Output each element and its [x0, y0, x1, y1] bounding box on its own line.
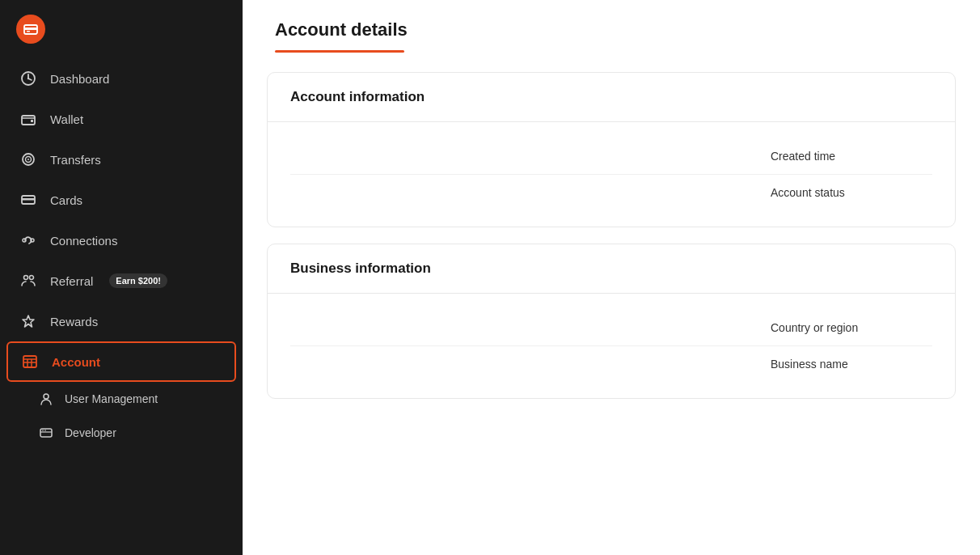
account-information-header: Account information — [268, 73, 955, 122]
country-region-row: Country or region — [290, 310, 932, 346]
svg-point-24 — [42, 430, 44, 431]
sidebar-item-label: Connections — [50, 234, 117, 248]
sidebar-item-label: Account — [52, 355, 100, 369]
sidebar-subitem-label: Developer — [65, 426, 116, 439]
created-time-label: Created time — [771, 150, 932, 163]
svg-rect-2 — [27, 31, 30, 32]
sidebar: Dashboard Wallet Transfers — [0, 0, 243, 555]
created-time-row: Created time — [290, 138, 932, 175]
wallet-icon — [19, 110, 37, 128]
sidebar-item-referral[interactable]: Referral Earn $200! — [0, 261, 243, 301]
svg-rect-6 — [31, 120, 33, 122]
sidebar-item-transfers[interactable]: Transfers — [0, 139, 243, 180]
main-content: Account details Account information Crea… — [243, 0, 980, 555]
cards-icon — [19, 191, 37, 209]
page-header: Account details — [243, 0, 980, 53]
svg-point-15 — [30, 276, 34, 280]
svg-point-4 — [27, 78, 29, 79]
svg-rect-16 — [23, 356, 36, 367]
sidebar-item-wallet[interactable]: Wallet — [0, 99, 243, 139]
business-information-header: Business information — [268, 244, 955, 294]
business-information-body: Country or region Business name — [268, 294, 955, 398]
sidebar-item-rewards[interactable]: Rewards — [0, 301, 243, 341]
sidebar-item-account[interactable]: Account — [6, 341, 236, 382]
country-region-label: Country or region — [771, 321, 932, 334]
account-status-label: Account status — [771, 186, 932, 199]
sidebar-item-label: Rewards — [50, 315, 98, 328]
sidebar-subitem-label: User Management — [65, 392, 158, 405]
title-underline — [275, 50, 404, 53]
business-name-row: Business name — [290, 346, 932, 382]
dashboard-icon — [19, 70, 37, 87]
sidebar-item-label: Referral — [50, 274, 93, 288]
sidebar-item-label: Cards — [50, 193, 82, 207]
svg-rect-11 — [22, 198, 35, 201]
svg-point-13 — [31, 239, 34, 242]
business-information-section: Business information Country or region B… — [267, 244, 956, 399]
svg-point-9 — [27, 159, 29, 160]
svg-rect-22 — [40, 429, 52, 437]
transfers-icon — [19, 150, 37, 168]
account-information-section: Account information Created time Account… — [267, 72, 956, 227]
business-name-label: Business name — [771, 358, 932, 371]
sidebar-item-dashboard[interactable]: Dashboard — [0, 58, 243, 99]
account-information-body: Created time Account status — [268, 122, 955, 227]
sidebar-subitem-developer[interactable]: Developer — [0, 416, 243, 450]
user-management-icon — [39, 392, 53, 406]
svg-point-14 — [24, 276, 28, 280]
sidebar-subitem-user-management[interactable]: User Management — [0, 382, 243, 416]
svg-point-21 — [44, 394, 49, 399]
account-status-row: Account status — [290, 175, 932, 210]
svg-point-25 — [44, 430, 46, 431]
account-icon — [21, 353, 39, 371]
connections-icon — [19, 231, 37, 249]
sidebar-item-connections[interactable]: Connections — [0, 220, 243, 261]
svg-point-12 — [23, 239, 26, 242]
sidebar-item-label: Transfers — [50, 153, 101, 167]
sidebar-logo — [0, 0, 243, 58]
svg-rect-1 — [24, 28, 37, 30]
referral-icon — [19, 272, 37, 290]
rewards-icon — [19, 312, 37, 330]
sidebar-item-label: Wallet — [50, 112, 83, 126]
referral-badge: Earn $200! — [109, 273, 167, 288]
developer-icon — [39, 426, 53, 440]
sidebar-item-cards[interactable]: Cards — [0, 180, 243, 220]
sidebar-item-label: Dashboard — [50, 72, 109, 86]
logo-icon — [16, 15, 45, 44]
page-title: Account details — [275, 19, 948, 40]
